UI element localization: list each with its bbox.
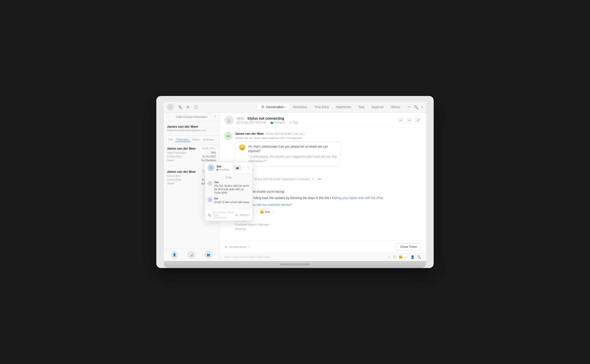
rating-bad-button[interactable]: 😞 Bad	[256, 209, 274, 215]
tab-time-entry[interactable]: Time Entry	[311, 104, 333, 110]
chat-msg-you-avatar: Y	[208, 181, 213, 186]
sidebar-header: ← CRM Contact Information ↗	[164, 113, 219, 121]
ticket-date: 🕐 04 Dec 2017 02:53 AM	[237, 121, 266, 124]
potential-2-owner-label: Owner	[167, 182, 174, 185]
chat-popup-avatar: S	[208, 164, 215, 171]
message-1-header: James van der Meer 04 Dec 2017 02:56 AM …	[235, 132, 421, 136]
sidebar-icon-chart[interactable]: 📊	[187, 251, 195, 259]
message-2-time: 04 Dec 2017 02:55 AM ( responded in 2 mi…	[254, 178, 310, 181]
response-sub-text: " Unfortunately, the solution you sugges…	[248, 154, 337, 163]
potential-2-name: James van der Meer	[167, 170, 196, 174]
forward-button[interactable]: ↪	[406, 117, 412, 123]
chat-actions-dropdown[interactable]: Actions ▾	[240, 214, 250, 216]
potential-1-vp-label: Value Proposition	[167, 151, 187, 154]
reply-button[interactable]: ↩	[397, 117, 404, 123]
response-emoji: 😞	[239, 144, 246, 151]
ticket-header-actions: ↩ ↪ 📝	[397, 117, 421, 123]
message-2-content: Yod Agbaria 04 Dec 2017 02:55 AM ( respo…	[235, 176, 421, 231]
message-2-more-button[interactable]: •••	[316, 176, 323, 182]
chat-msg-sol: S Sol Great! I'll take a look right away…	[208, 197, 250, 204]
image-icon[interactable]: 🖼	[393, 255, 396, 259]
chat-msg-sol-sender: Sol	[214, 197, 250, 200]
pin-icon[interactable]: 📎	[178, 105, 182, 109]
tab-resolution[interactable]: Resolution	[289, 104, 311, 110]
remote-assist-button[interactable]: 🖥 Remote Assist ⓘ	[224, 245, 250, 249]
laptop-notch	[280, 263, 310, 266]
expand-time-icon[interactable]: +	[312, 178, 314, 181]
chat-attach-icon[interactable]: 📎	[208, 213, 211, 217]
chat-popup-header: S Sol Available 📹 – ×	[205, 162, 252, 174]
sidebar-tab-potentials[interactable]: Potentials	[175, 138, 190, 142]
chat-compose-input[interactable]: Here is your Smart Chat /CRMSence...	[213, 211, 234, 219]
tab-approval[interactable]: Approval	[368, 104, 387, 110]
agent-company: zPad Inc.	[235, 227, 421, 231]
chat-popup-controls: 📹 – ×	[233, 166, 250, 170]
compose-icons: ≡ 🖼 😊 ↩ 👤 🔍	[388, 255, 421, 259]
message-2-header: Yod Agbaria 04 Dec 2017 02:55 AM ( respo…	[235, 176, 421, 182]
message-1-sender: James van der Meer	[235, 132, 264, 136]
chat-msg-sol-avatar: S	[208, 197, 213, 202]
ticket-info: #840 Stylus not connecting 🕐 04 Dec 2017…	[237, 116, 394, 124]
response-main-text: Ah, that's unfortunate! Can you please t…	[248, 144, 337, 153]
popup-minimize-button[interactable]: –	[242, 166, 246, 170]
people-icon[interactable]: 👤	[410, 255, 415, 259]
settings-icon[interactable]: ⚙	[186, 105, 190, 109]
nav-right-icons: ••• 🔍 ≡	[407, 105, 423, 109]
show-response-link[interactable]: show response	[235, 168, 421, 171]
ticket-header: #840 Stylus not connecting 🕐 04 Dec 2017…	[219, 113, 426, 128]
close-ticket-button[interactable]: Close Ticket	[396, 243, 421, 250]
calendar-icon: 🕐	[237, 121, 240, 124]
tab-attachment[interactable]: Attachment	[332, 104, 355, 110]
ticket-tags[interactable]: 🏷 Tags	[289, 121, 298, 124]
top-navigation: ‹ 📎 ⚙ 🕐 2 Conversation ▾ Resolution Time…	[164, 102, 426, 113]
message-2-link[interactable]: Making your stylus work with the zPad	[332, 196, 383, 200]
potential-1-cd-value: 31 Oct 2017	[202, 155, 216, 158]
chat-msg-you: Y You Hey Sol, James might be up for his…	[208, 181, 250, 195]
ticket-title: #840 Stylus not connecting	[237, 116, 394, 120]
agent-signature: Yod Agbaria Customer Support Manager zPa…	[235, 218, 421, 231]
message-1-avatar: JA	[224, 132, 232, 140]
svg-point-0	[228, 119, 230, 121]
note-button[interactable]: 📝	[415, 117, 421, 123]
search-compose-icon[interactable]: 🔍	[417, 255, 421, 259]
sidebar-back-button[interactable]: ←	[167, 115, 170, 118]
popup-close-button[interactable]: ×	[246, 166, 250, 170]
message-1-time: 04 Dec 2017 02:56 AM ( just now )	[266, 133, 305, 135]
status-dot-online	[217, 169, 218, 171]
sidebar-icon-people[interactable]: 👥	[204, 251, 213, 259]
sidebar-expand-icon[interactable]: ↗	[214, 115, 216, 118]
video-call-button[interactable]: 📹	[233, 166, 241, 170]
contact-info: James van der Meer thejamesvandermeere@g…	[164, 121, 219, 136]
potential-1-cd-label: Closing Date	[167, 155, 181, 158]
sidebar-tab-activities[interactable]: Activities	[201, 138, 215, 142]
chat-msg-you-body: You Hey Sol, James might be up for his t…	[214, 181, 250, 195]
svg-point-1	[227, 121, 231, 123]
chat-popup-footer: 📎 Here is your Smart Chat /CRMSence... ⚙…	[205, 209, 252, 221]
ticket-followers[interactable]: 👥 Followers	[270, 121, 285, 124]
clock-icon[interactable]: 🕐	[194, 105, 198, 109]
chat-settings-icon[interactable]: ⚙	[235, 213, 238, 217]
sidebar-tabs: Info Potentials Notes Activities	[164, 136, 219, 144]
message-2-text: Hi James, Sorry about the trouble you're…	[235, 183, 421, 201]
contact-name: James van der Meer	[167, 125, 216, 128]
emoji-icon[interactable]: 😊	[399, 255, 403, 259]
tab-conversation[interactable]: 2 Conversation ▾	[257, 104, 289, 110]
tab-history[interactable]: History	[387, 104, 403, 110]
back-button[interactable]: ‹	[167, 104, 174, 111]
potential-2-status-label: Closed Won	[167, 175, 181, 177]
sidebar-tab-notes[interactable]: Notes	[191, 138, 201, 142]
format-icon[interactable]: ≡	[388, 255, 390, 259]
menu-icon[interactable]: ≡	[421, 105, 423, 109]
search-icon[interactable]: 🔍	[414, 105, 418, 109]
rating-section: How would you rate our customer service?…	[235, 203, 421, 215]
sidebar-icon-person[interactable]: 👤	[170, 251, 179, 259]
more-options-icon[interactable]: •••	[407, 105, 411, 109]
undo-icon[interactable]: ↩	[405, 255, 408, 259]
message-block-2: Yod Agbaria 04 Dec 2017 02:55 AM ( respo…	[224, 176, 421, 231]
laptop-bottom	[164, 261, 426, 268]
chat-popup-status: Available	[217, 168, 229, 171]
sidebar-tab-info[interactable]: Info	[167, 138, 174, 142]
agent-name: Yod Agbaria	[235, 218, 421, 223]
rated-response-text: James van der Meer rated response from Y…	[235, 137, 421, 140]
tab-task[interactable]: Task	[355, 104, 368, 110]
